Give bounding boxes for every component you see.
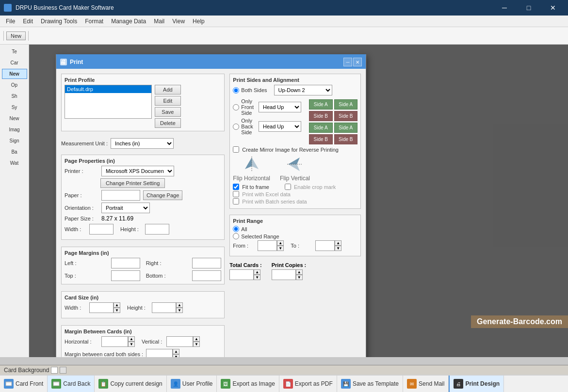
toolbar-new-btn[interactable]: New [6, 31, 26, 40]
height-input[interactable]: 11.69 [145, 224, 169, 235]
copies-down[interactable]: ▼ [296, 275, 303, 280]
only-front-radio[interactable] [233, 104, 239, 110]
both-sides-radio[interactable] [233, 87, 239, 94]
total-cards-up[interactable]: ▲ [254, 269, 260, 275]
to-input[interactable]: 1 [315, 240, 335, 251]
profile-list[interactable]: Default.drp [65, 85, 152, 119]
both-sides-label[interactable]: Both Sides [241, 87, 267, 93]
sidebar-item-new[interactable]: New [2, 69, 27, 79]
menu-manage-data[interactable]: Manage Data [107, 17, 150, 26]
mirror-label[interactable]: Create Mirror Image for Reverse Printing [242, 147, 339, 153]
orientation-select[interactable]: Portrait Landscape [101, 203, 150, 213]
menu-help[interactable]: Help [189, 17, 209, 26]
both-sides-up[interactable]: ▲ [173, 349, 179, 354]
copies-up[interactable]: ▲ [296, 269, 303, 275]
add-profile-btn[interactable]: Add [155, 85, 181, 94]
sidebar-item-te[interactable]: Te [2, 47, 27, 57]
menu-mail[interactable]: Mail [150, 17, 168, 26]
sidebar-item-card[interactable]: Car [2, 58, 27, 68]
printer-select[interactable]: Microsoft XPS Document Wr [101, 166, 174, 176]
vertical-down[interactable]: ▼ [193, 342, 200, 347]
print-copies-input[interactable]: 1 [272, 269, 296, 280]
all-label[interactable]: All [241, 226, 247, 232]
send-mail-btn[interactable]: ✉ Send Mail [403, 376, 449, 392]
save-profile-btn[interactable]: Save [155, 107, 181, 117]
vertical-input[interactable]: 0.000 [166, 336, 193, 347]
total-cards-input[interactable]: 2 [229, 269, 254, 280]
bottom-margin-input[interactable]: 2 [192, 270, 221, 281]
sidebar-item-sh[interactable]: Sh [2, 91, 27, 101]
back-align-dropdown[interactable]: Head Up Head Down [259, 121, 301, 132]
export-image-btn[interactable]: 🖼 Export as Image [217, 376, 279, 392]
color-box-2[interactable] [60, 367, 66, 374]
to-up[interactable]: ▲ [335, 240, 341, 246]
flip-vertical-btn[interactable]: Flip Vertical [280, 155, 310, 182]
right-margin-input[interactable]: 2 [192, 258, 221, 268]
from-down[interactable]: ▼ [277, 246, 284, 251]
paper-input[interactable]: A4 [101, 190, 140, 201]
sidebar-item-imag[interactable]: Imag [2, 125, 27, 135]
horizontal-input[interactable]: 0.000 [101, 336, 128, 347]
card-width-up[interactable]: ▲ [114, 302, 120, 308]
vertical-up[interactable]: ▲ [193, 336, 200, 342]
both-sides-down[interactable]: ▼ [173, 354, 179, 357]
sidebar-item-ba[interactable]: Ba [2, 147, 27, 157]
copy-design-btn[interactable]: 📋 Copy current design [95, 376, 166, 392]
crop-checkbox[interactable] [285, 184, 291, 190]
card-height-up[interactable]: ▲ [176, 302, 183, 308]
save-template-btn[interactable]: 💾 Save as Template [337, 376, 403, 392]
total-cards-down[interactable]: ▼ [254, 275, 260, 280]
card-height-down[interactable]: ▼ [176, 308, 183, 313]
all-radio[interactable] [233, 226, 239, 232]
card-height-input[interactable]: 2.01 [152, 302, 176, 313]
top-margin-input[interactable]: 2 [111, 270, 140, 281]
menu-view[interactable]: View [168, 17, 189, 26]
dialog-minimize[interactable]: ─ [343, 58, 352, 66]
to-down[interactable]: ▼ [335, 246, 341, 251]
front-align-dropdown[interactable]: Head Up Head Down [259, 102, 301, 112]
only-back-radio[interactable] [233, 124, 239, 130]
menu-format[interactable]: Format [81, 17, 107, 26]
profile-item-default[interactable]: Default.drp [65, 85, 151, 93]
batch-label[interactable]: Print with Batch series data [242, 199, 307, 204]
change-page-btn[interactable]: Change Page [143, 190, 182, 200]
print-design-btn[interactable]: 🖨 Print Design [449, 376, 504, 392]
from-input[interactable]: 1 [258, 240, 277, 251]
change-printer-btn[interactable]: Change Printer Setting [100, 178, 165, 188]
user-profile-btn[interactable]: 👤 User Profile [167, 376, 217, 392]
excel-checkbox[interactable] [233, 191, 239, 197]
dialog-close[interactable]: ✕ [353, 58, 362, 66]
card-back-btn[interactable]: Card Back [48, 376, 95, 392]
card-front-btn[interactable]: Card Front [0, 376, 48, 392]
sidebar-item-sign[interactable]: Sign [2, 136, 27, 146]
color-box-1[interactable] [51, 367, 58, 374]
delete-profile-btn[interactable]: Delete [155, 118, 181, 128]
both-sides-dropdown[interactable]: Up-Down 2 Up-Down 1 Left-Right [274, 85, 332, 95]
export-pdf-btn[interactable]: 📄 Export as PDF [279, 376, 337, 392]
fit-frame-label[interactable]: Fit to frame [242, 184, 269, 190]
selected-range-radio[interactable] [233, 233, 239, 239]
menu-file[interactable]: File [2, 17, 19, 26]
card-width-input[interactable]: 3.50 [89, 302, 114, 313]
selected-range-label[interactable]: Selected Range [241, 234, 279, 239]
both-sides-input[interactable]: 0.000 [146, 349, 173, 357]
crop-label[interactable]: Enable crop mark [294, 184, 336, 190]
close-btn[interactable]: ✕ [542, 0, 564, 16]
menu-drawing-tools[interactable]: Drawing Tools [37, 17, 81, 26]
only-back-label[interactable]: Only Back Side [241, 118, 255, 135]
excel-label[interactable]: Print with Excel data [242, 191, 291, 197]
maximize-btn[interactable]: □ [518, 0, 540, 16]
sidebar-item-new2[interactable]: New [2, 113, 27, 124]
from-up[interactable]: ▲ [277, 240, 284, 246]
measurement-select[interactable]: Inches (in) Centimeters (cm) Millimeters… [111, 138, 174, 149]
menu-edit[interactable]: Edit [19, 17, 37, 26]
batch-checkbox[interactable] [233, 198, 239, 204]
edit-profile-btn[interactable]: Edit [155, 96, 181, 106]
card-width-down[interactable]: ▼ [114, 308, 120, 313]
minimize-btn[interactable]: ─ [493, 0, 516, 16]
horizontal-down[interactable]: ▼ [128, 342, 135, 347]
fit-frame-checkbox[interactable] [233, 184, 239, 190]
left-margin-input[interactable]: 2 [111, 258, 140, 268]
sidebar-item-wat[interactable]: Wat [2, 158, 27, 168]
only-front-label[interactable]: Only Front Side [241, 98, 255, 116]
